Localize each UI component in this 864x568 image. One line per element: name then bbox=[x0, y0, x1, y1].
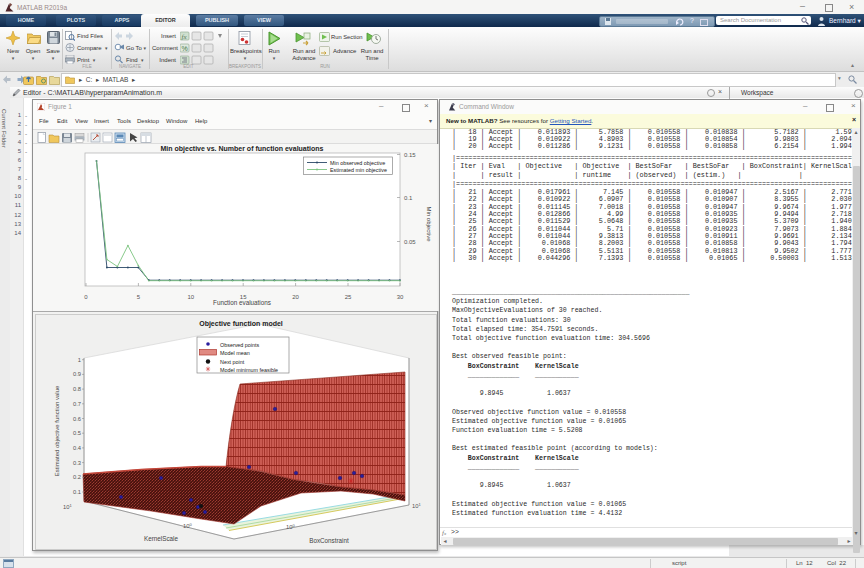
svg-text:Model minimum feasible: Model minimum feasible bbox=[220, 367, 278, 373]
svg-text:Estimated min objective: Estimated min objective bbox=[330, 167, 387, 173]
svg-text:0.05: 0.05 bbox=[404, 239, 416, 245]
svg-text:101: 101 bbox=[412, 502, 421, 509]
svg-text:Model mean: Model mean bbox=[220, 350, 250, 356]
svg-text:fx: fx bbox=[182, 33, 188, 41]
svg-text:Function evaluations: Function evaluations bbox=[213, 299, 271, 306]
svg-text:20: 20 bbox=[292, 294, 299, 300]
svg-text:0.1: 0.1 bbox=[404, 195, 413, 201]
svg-text:0.4: 0.4 bbox=[73, 445, 82, 451]
svg-text:Min objective vs. Number of fu: Min objective vs. Number of function eva… bbox=[161, 145, 324, 153]
svg-text:0.1: 0.1 bbox=[73, 489, 81, 495]
svg-text:Observed points: Observed points bbox=[220, 342, 260, 348]
svg-text:10: 10 bbox=[187, 294, 194, 300]
svg-text:0.8: 0.8 bbox=[73, 386, 81, 392]
svg-text:Min objective: Min objective bbox=[426, 206, 432, 242]
svg-text:0.6: 0.6 bbox=[73, 416, 81, 422]
svg-text:1: 1 bbox=[78, 357, 81, 363]
svg-text:KernelScale: KernelScale bbox=[144, 535, 178, 542]
svg-text:101: 101 bbox=[63, 503, 72, 510]
svg-text:30: 30 bbox=[397, 294, 404, 300]
svg-text:%: % bbox=[182, 45, 188, 52]
svg-text:0.9: 0.9 bbox=[73, 371, 81, 377]
svg-text:Objective function model: Objective function model bbox=[199, 320, 283, 328]
svg-text:Estimated objective function v: Estimated objective function value bbox=[54, 385, 60, 476]
svg-text:100: 100 bbox=[286, 523, 295, 530]
svg-text:0.2: 0.2 bbox=[73, 474, 81, 480]
svg-text:25: 25 bbox=[345, 294, 352, 300]
svg-text:0.5: 0.5 bbox=[73, 430, 81, 436]
svg-text:0.3: 0.3 bbox=[73, 460, 81, 466]
svg-text:Next point: Next point bbox=[220, 359, 245, 365]
svg-text:BoxConstraint: BoxConstraint bbox=[309, 537, 349, 544]
svg-text:0.15: 0.15 bbox=[404, 152, 416, 158]
svg-text:0.7: 0.7 bbox=[73, 401, 81, 407]
svg-text:Min observed objective: Min observed objective bbox=[330, 160, 385, 166]
